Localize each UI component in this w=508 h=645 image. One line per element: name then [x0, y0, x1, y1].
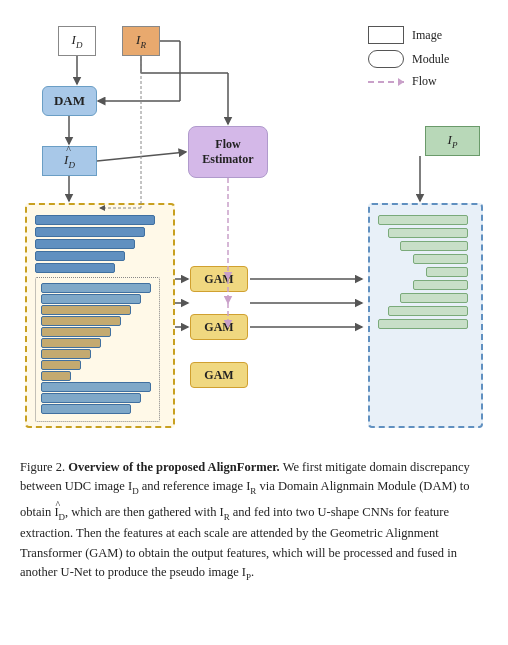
node-gam-3: GAM — [190, 362, 248, 388]
legend-module: Module — [368, 50, 488, 68]
caption-bold: Overview of the proposed AlignFormer. — [68, 460, 279, 474]
right-unet-area — [368, 203, 483, 428]
node-flow-estimator: FlowEstimator — [188, 126, 268, 178]
bar — [41, 305, 131, 315]
bar — [35, 239, 135, 249]
bar — [413, 280, 468, 290]
bar — [35, 227, 145, 237]
inner-bars — [41, 283, 151, 414]
legend-module-label: Module — [412, 52, 449, 67]
legend-flow: Flow — [368, 74, 488, 89]
architecture-diagram: Image Module Flow ID IR DAM ^ ID FlowEst… — [20, 18, 488, 448]
bar — [35, 263, 115, 273]
bar — [388, 228, 468, 238]
left-unet-area — [25, 203, 175, 428]
node-ip: IP — [425, 126, 480, 156]
legend-image-box — [368, 26, 404, 44]
figure-caption: Figure 2. Overview of the proposed Align… — [20, 458, 488, 584]
bar — [41, 283, 151, 293]
node-gam-1: GAM — [190, 266, 248, 292]
bar — [41, 371, 71, 381]
bar — [400, 241, 468, 251]
bar — [41, 404, 131, 414]
bar — [41, 393, 141, 403]
bar — [41, 327, 111, 337]
bar — [388, 306, 468, 316]
bar — [426, 267, 468, 277]
caption-body: We first mitigate domain discrepancy bet… — [20, 460, 470, 579]
left-encoder-bars — [35, 215, 155, 273]
bar — [35, 251, 125, 261]
bar — [41, 382, 151, 392]
bar — [35, 215, 155, 225]
legend-flow-line — [368, 81, 404, 83]
dam-label: DAM — [54, 93, 85, 109]
bar — [41, 338, 101, 348]
legend-image-label: Image — [412, 28, 442, 43]
bar — [400, 293, 468, 303]
inner-dotted-box — [35, 277, 160, 422]
node-id-hat: ^ ID — [42, 146, 97, 176]
node-id: ID — [58, 26, 96, 56]
bar — [378, 319, 468, 329]
legend: Image Module Flow — [368, 26, 488, 89]
node-ir: IR — [122, 26, 160, 56]
gam-container: GAM GAM GAM — [190, 266, 248, 388]
legend-module-box — [368, 50, 404, 68]
bar — [41, 294, 141, 304]
bar — [41, 360, 81, 370]
node-gam-2: GAM — [190, 314, 248, 340]
bar — [413, 254, 468, 264]
right-encoder-bars — [378, 215, 468, 329]
legend-flow-label: Flow — [412, 74, 437, 89]
node-dam: DAM — [42, 86, 97, 116]
svg-line-8 — [97, 152, 186, 161]
legend-image: Image — [368, 26, 488, 44]
bar — [378, 215, 468, 225]
figure-number: Figure 2. — [20, 460, 65, 474]
bar — [41, 349, 91, 359]
flow-label: FlowEstimator — [202, 137, 253, 167]
bar — [41, 316, 121, 326]
